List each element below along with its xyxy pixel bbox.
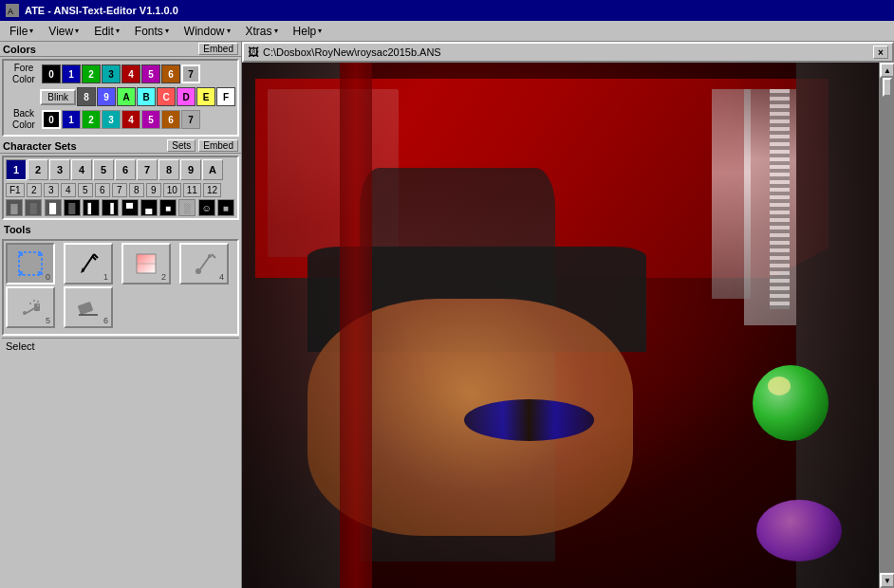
svg-line-15 (212, 254, 215, 258)
fore-swatch-6[interactable]: 6 (161, 64, 180, 83)
charset-num-7[interactable]: 7 (112, 183, 127, 197)
fore-swatch-0[interactable]: 0 (42, 64, 61, 83)
back-swatch-3[interactable]: 3 (102, 110, 121, 129)
canvas-close-btn[interactable]: × (873, 46, 888, 59)
scroll-up-btn[interactable]: ▲ (880, 63, 894, 78)
charset-tab-4[interactable]: 4 (71, 159, 92, 180)
fore-color-label: ForeColor (6, 63, 42, 85)
blink-btn[interactable]: Blink (40, 89, 76, 105)
charset-tab-1[interactable]: 1 (6, 159, 27, 180)
charset-num-4[interactable]: 4 (61, 183, 76, 197)
menu-xtras-arrow: ▾ (274, 27, 278, 35)
charset-tab-3[interactable]: 3 (49, 159, 70, 180)
charset-char-4[interactable]: █ (64, 199, 81, 216)
back-swatch-0[interactable]: 0 (42, 110, 61, 129)
sets-btn[interactable]: Sets (167, 139, 196, 152)
app-icon: A (6, 4, 19, 17)
scroll-thumb[interactable] (883, 78, 892, 97)
menu-file[interactable]: File ▾ (2, 23, 41, 40)
charset-char-5[interactable]: ▌ (83, 199, 100, 216)
charset-char-2[interactable]: ▒ (25, 199, 42, 216)
scroll-track[interactable] (880, 78, 894, 573)
colors-embed-btn[interactable]: Embed (198, 43, 238, 55)
charset-num-5[interactable]: 5 (78, 183, 93, 197)
charset-num-11[interactable]: 11 (183, 183, 201, 197)
charset-char-8[interactable]: ▄ (140, 199, 158, 216)
tools-grid: 0 1 (6, 243, 235, 328)
back-color-label: BackColor (6, 108, 42, 131)
ansi-art-bg (242, 63, 894, 588)
back-swatch-2[interactable]: 2 (82, 110, 101, 129)
svg-rect-19 (34, 303, 40, 311)
menu-view[interactable]: View ▾ (41, 23, 86, 40)
eraser-tool-btn[interactable]: 6 (64, 286, 113, 328)
charset-num-2[interactable]: 2 (27, 183, 42, 197)
charset-char-1[interactable]: ▓ (6, 199, 23, 216)
charset-tab-8[interactable]: 8 (158, 159, 179, 180)
charset-num-3[interactable]: 3 (44, 183, 59, 197)
menu-bar: File ▾ View ▾ Edit ▾ Fonts ▾ Window ▾ Xt… (0, 21, 894, 42)
back-swatch-5[interactable]: 5 (141, 110, 160, 129)
charset-char-6[interactable]: ▐ (102, 199, 119, 216)
menu-view-arrow: ▾ (75, 27, 79, 35)
menu-fonts[interactable]: Fonts ▾ (127, 23, 177, 40)
fore-swatch-2[interactable]: 2 (82, 64, 101, 83)
charset-tab-2[interactable]: 2 (28, 159, 48, 180)
menu-help[interactable]: Help ▾ (286, 23, 330, 40)
charset-char-10[interactable]: ░ (178, 199, 196, 216)
charset-tab-6[interactable]: 6 (115, 159, 136, 180)
charset-tab-a[interactable]: A (202, 159, 223, 180)
back-color-row: BackColor 0 1 2 3 4 5 6 7 (6, 108, 235, 131)
paint-tool-num: 1 (103, 272, 108, 282)
charset-num-8[interactable]: 8 (129, 183, 144, 197)
back-swatch-6[interactable]: 6 (161, 110, 180, 129)
back-swatch-1[interactable]: 1 (62, 110, 81, 129)
menu-window[interactable]: Window ▾ (177, 23, 238, 40)
fore-swatch-f[interactable]: F (216, 87, 235, 106)
menu-edit[interactable]: Edit ▾ (86, 23, 127, 40)
fill-tool-btn[interactable]: 2 (121, 243, 171, 285)
fore-swatch-3[interactable]: 3 (102, 64, 121, 83)
paint-tool-btn[interactable]: 1 (64, 243, 113, 285)
charsets-embed-btn[interactable]: Embed (198, 139, 238, 152)
charset-num-9[interactable]: 9 (146, 183, 161, 197)
charset-tab-7[interactable]: 7 (137, 159, 158, 180)
charset-num-12[interactable]: 12 (203, 183, 221, 197)
fore-color-row: ForeColor 0 1 2 3 4 5 6 7 (6, 63, 235, 85)
charset-char-3[interactable]: █ (45, 199, 62, 216)
charset-tab-9[interactable]: 9 (180, 159, 201, 180)
fore-swatch-5[interactable]: 5 (141, 64, 160, 83)
title-bar: A ATE - ANSI-Text-Editor V1.1.0.0 (0, 0, 894, 21)
back-swatch-4[interactable]: 4 (121, 110, 140, 129)
fore-swatch-c[interactable]: C (157, 87, 176, 106)
charset-tab-5[interactable]: 5 (93, 159, 114, 180)
charset-char-11[interactable]: ☺ (198, 199, 215, 216)
back-swatch-7[interactable]: 7 (181, 110, 200, 129)
colors-header: Colors Embed (0, 42, 241, 57)
fore-swatch-e[interactable]: E (196, 87, 215, 106)
charsets-wrapper: Character Sets Sets Embed 1 2 3 4 5 6 7 … (0, 138, 241, 220)
charset-char-12[interactable]: ■ (217, 199, 234, 216)
select-tool-btn[interactable]: 0 (6, 243, 55, 285)
fore-swatch-1[interactable]: 1 (62, 64, 81, 83)
eyedropper-tool-btn[interactable]: 4 (179, 243, 229, 285)
charset-char-7[interactable]: ▀ (121, 199, 139, 216)
svg-text:A: A (8, 7, 13, 16)
canvas-image[interactable] (242, 63, 894, 588)
spray-tool-btn[interactable]: 5 (6, 286, 55, 328)
fore-swatch-d[interactable]: D (177, 87, 196, 106)
fore-swatch-4[interactable]: 4 (121, 64, 140, 83)
fore-swatch-8[interactable]: 8 (77, 87, 96, 106)
menu-xtras[interactable]: Xtras ▾ (238, 23, 286, 40)
scroll-down-btn[interactable]: ▼ (880, 573, 894, 588)
charset-num-f1[interactable]: F1 (6, 183, 25, 197)
fore-swatch-a[interactable]: A (117, 87, 136, 106)
tools-section: 0 1 (2, 239, 239, 336)
charset-num-10[interactable]: 10 (163, 183, 181, 197)
fore-swatch-9[interactable]: 9 (97, 87, 116, 106)
tools-wrapper: Tools 0 (0, 222, 241, 354)
fore-swatch-b[interactable]: B (137, 87, 156, 106)
charset-num-6[interactable]: 6 (95, 183, 110, 197)
fore-swatch-7[interactable]: 7 (181, 64, 200, 83)
charset-char-9[interactable]: ■ (159, 199, 177, 216)
